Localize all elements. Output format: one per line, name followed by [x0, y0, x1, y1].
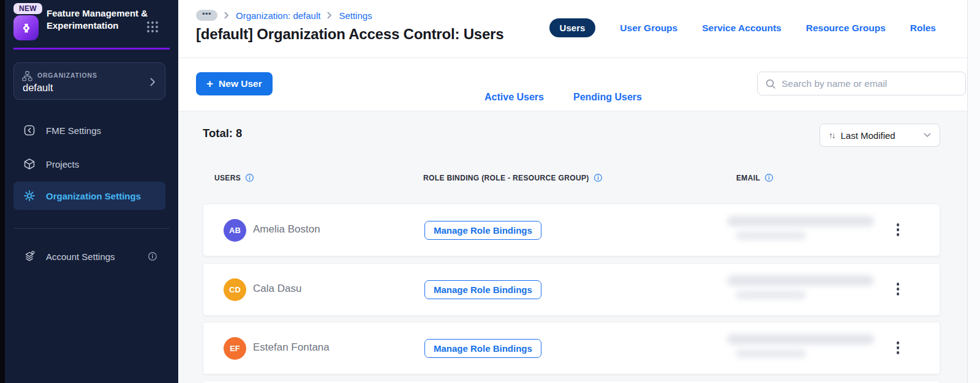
manage-role-bindings-button[interactable]: Manage Role Bindings — [424, 280, 541, 299]
user-name: Amelia Boston — [253, 223, 320, 236]
main-content: ••• Organization: default Settings [defa… — [178, 0, 967, 383]
organizations-label: ORGANIZATIONS — [37, 72, 97, 79]
breadcrumb: ••• Organization: default Settings — [196, 10, 372, 21]
chevron-right-icon — [150, 78, 156, 86]
row-menu-kebab-icon[interactable] — [894, 280, 902, 298]
sidebar-item-label: Account Settings — [46, 251, 115, 262]
chevron-separator-icon — [224, 12, 229, 19]
app-switcher-grid-icon[interactable] — [146, 20, 159, 34]
sidebar-item-organization-settings[interactable]: Organization Settings — [13, 182, 165, 210]
cube-icon — [23, 157, 36, 171]
redacted-email-line — [727, 334, 874, 344]
sitemap-icon — [22, 71, 32, 81]
user-name: Cala Dasu — [253, 283, 301, 295]
page-right-edge — [967, 0, 980, 383]
header-divider — [178, 58, 967, 58]
redacted-email — [727, 275, 874, 299]
column-header-email-label: EMAIL — [736, 174, 760, 182]
redacted-email-line — [736, 349, 806, 358]
sort-arrows-icon: ↑↓ — [829, 131, 835, 140]
screen: NEW Feature Management & Experimentation — [0, 0, 980, 383]
row-menu-kebab-icon[interactable] — [894, 339, 902, 357]
redacted-email-line — [736, 291, 806, 299]
plus-icon: + — [206, 78, 213, 91]
tab-users[interactable]: Users — [549, 18, 596, 37]
avatar: EF — [224, 337, 246, 360]
info-icon[interactable] — [148, 251, 157, 261]
sidebar-item-label: FME Settings — [46, 125, 101, 136]
info-icon[interactable] — [594, 173, 603, 182]
fme-settings-icon — [23, 124, 36, 137]
tab-roles[interactable]: Roles — [910, 23, 936, 34]
column-header-users: USERS — [214, 173, 254, 182]
info-icon[interactable] — [245, 173, 254, 182]
sidebar-divider — [13, 228, 170, 229]
split-arrows-icon — [19, 21, 34, 35]
redacted-email-line — [736, 231, 806, 240]
chevron-separator-icon — [327, 12, 332, 19]
column-header-users-label: USERS — [214, 174, 241, 182]
sidebar-item-label: Organization Settings — [46, 191, 141, 201]
table-row-partial — [203, 381, 940, 383]
sidebar: NEW Feature Management & Experimentation — [5, 0, 178, 383]
search-input[interactable] — [782, 78, 958, 89]
window-edge-strip — [0, 0, 5, 383]
column-header-email: EMAIL — [736, 173, 774, 182]
organization-selector[interactable]: ORGANIZATIONS default — [13, 62, 165, 100]
sidebar-item-fme-settings[interactable]: FME Settings — [13, 117, 165, 144]
row-menu-kebab-icon[interactable] — [894, 221, 902, 239]
breadcrumb-ellipsis[interactable]: ••• — [196, 10, 217, 21]
brand-divider — [13, 48, 170, 50]
redacted-email — [727, 216, 874, 240]
manage-role-bindings-button[interactable]: Manage Role Bindings — [424, 339, 541, 358]
avatar: AB — [224, 219, 246, 242]
column-header-role-binding: ROLE BINDING (ROLE - RESOURCE GROUP) — [423, 173, 603, 182]
redacted-email-line — [727, 275, 874, 286]
avatar: CD — [224, 278, 246, 301]
redacted-email-line — [727, 216, 874, 226]
organization-name: default — [23, 82, 53, 94]
app-title: Feature Management & Experimentation — [47, 7, 152, 32]
chevron-down-icon — [924, 133, 931, 138]
breadcrumb-settings-link[interactable]: Settings — [339, 10, 372, 21]
search-box — [757, 72, 966, 95]
new-user-button[interactable]: + New User — [196, 72, 273, 95]
layers-gear-icon — [23, 250, 36, 263]
table-row: EF Estefan Fontana Manage Role Bindings — [203, 322, 940, 374]
sidebar-item-account-settings[interactable]: Account Settings — [13, 243, 165, 270]
table-row: CD Cala Dasu Manage Role Bindings — [203, 263, 940, 316]
sidebar-item-label: Projects — [46, 159, 79, 169]
new-user-button-label: New User — [219, 78, 262, 89]
total-count: Total: 8 — [203, 127, 242, 140]
page-title: [default] Organization Access Control: U… — [196, 26, 503, 43]
breadcrumb-organization-link[interactable]: Organization: default — [236, 10, 320, 21]
access-control-tabs: Users User Groups Service Accounts Resou… — [549, 18, 936, 37]
sidebar-item-projects[interactable]: Projects — [13, 151, 165, 177]
user-name: Estefan Fontana — [253, 341, 330, 354]
tab-resource-groups[interactable]: Resource Groups — [806, 23, 886, 34]
sort-dropdown[interactable]: ↑↓ Last Modified — [820, 124, 940, 147]
column-header-role-binding-label: ROLE BINDING (ROLE - RESOURCE GROUP) — [423, 174, 589, 182]
tab-service-accounts[interactable]: Service Accounts — [702, 23, 782, 34]
info-icon[interactable] — [764, 173, 774, 182]
manage-role-bindings-button[interactable]: Manage Role Bindings — [424, 221, 541, 240]
search-icon — [765, 78, 776, 89]
redacted-email — [727, 334, 874, 358]
sort-dropdown-value: Last Modified — [841, 130, 918, 141]
gear-icon — [23, 189, 36, 203]
fme-logo — [13, 15, 39, 40]
table-row: AB Amelia Boston Manage Role Bindings — [203, 204, 940, 256]
new-badge: NEW — [13, 3, 42, 14]
tab-user-groups[interactable]: User Groups — [620, 23, 677, 34]
